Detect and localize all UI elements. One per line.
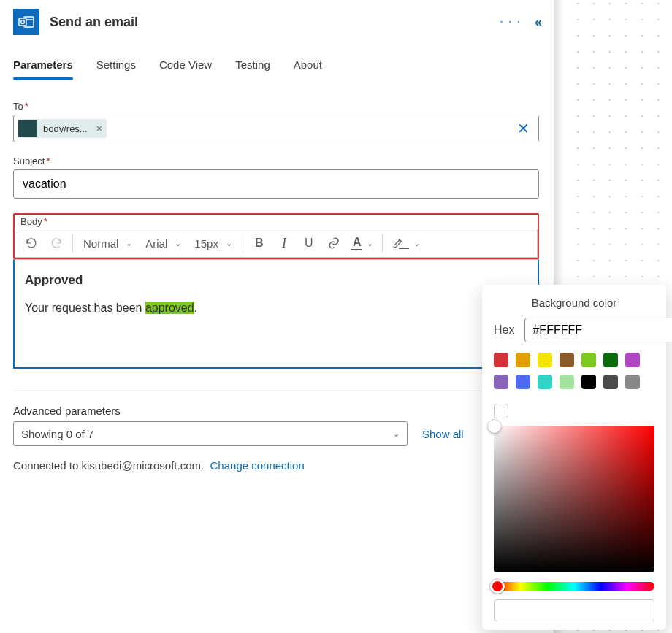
chevron-down-icon: ⌄ <box>367 239 373 248</box>
token-source-icon <box>18 120 37 137</box>
color-popup-title: Background color <box>494 296 654 309</box>
chevron-down-icon: ⌄ <box>175 239 181 248</box>
body-line: Your request has been approved. <box>25 299 527 318</box>
color-swatch[interactable] <box>538 375 552 389</box>
clear-field-icon[interactable]: ✕ <box>513 120 534 137</box>
toolbar-separator <box>382 234 383 253</box>
body-field-highlight: Body* Normal⌄ Arial⌄ 15px⌄ <box>13 213 539 259</box>
required-marker: * <box>25 101 28 112</box>
bold-button[interactable]: B <box>248 231 271 255</box>
advanced-parameters-dropdown[interactable]: Showing 0 of 7 ⌄ <box>13 421 408 446</box>
hue-slider[interactable] <box>494 582 654 591</box>
required-marker: * <box>44 216 47 227</box>
color-swatch[interactable] <box>603 375 618 389</box>
color-swatch[interactable] <box>516 353 530 367</box>
change-connection-link[interactable]: Change connection <box>210 459 305 472</box>
connected-account: kisubedi@microsoft.com. <box>81 459 204 472</box>
chevron-down-icon: ⌄ <box>413 239 420 248</box>
rich-text-toolbar: Normal⌄ Arial⌄ 15px⌄ B I U A⌄ <box>15 229 538 258</box>
font-color-button[interactable]: A⌄ <box>347 231 378 255</box>
advanced-parameters-label: Advanced parameters <box>13 404 539 417</box>
body-label: Body* <box>20 216 47 227</box>
tab-bar: Parameters Settings Code View Testing Ab… <box>13 54 542 80</box>
dynamic-content-token[interactable]: body/res... × <box>18 119 107 138</box>
hex-input[interactable] <box>524 318 672 342</box>
background-color-popup: Background color Hex <box>482 285 666 630</box>
color-preview-box <box>494 599 654 621</box>
highlighted-text: approved <box>145 302 194 314</box>
color-swatch[interactable] <box>581 353 596 367</box>
chevron-down-icon: ⌄ <box>126 239 132 248</box>
body-heading: Approved <box>25 270 527 290</box>
body-editor[interactable]: Approved Your request has been approved. <box>13 259 539 369</box>
connection-info: Connected to kisubedi@microsoft.com. Cha… <box>13 446 539 485</box>
toolbar-separator <box>243 234 243 253</box>
subject-input-wrap <box>13 169 539 199</box>
paragraph-format-dropdown[interactable]: Normal⌄ <box>77 231 138 255</box>
chevron-down-icon: ⌄ <box>393 429 400 439</box>
chevron-down-icon: ⌄ <box>226 239 232 248</box>
sv-thumb[interactable] <box>488 420 501 433</box>
more-actions-icon[interactable]: · · · <box>500 16 522 28</box>
color-swatch[interactable] <box>581 375 596 389</box>
tab-settings[interactable]: Settings <box>96 54 136 80</box>
tab-code-view[interactable]: Code View <box>159 54 212 80</box>
subject-input[interactable] <box>18 173 534 195</box>
font-size-dropdown[interactable]: 15px⌄ <box>188 231 238 255</box>
link-button[interactable] <box>322 231 345 255</box>
color-swatch[interactable] <box>494 353 508 367</box>
color-swatch[interactable] <box>494 375 508 389</box>
font-family-dropdown[interactable]: Arial⌄ <box>140 231 187 255</box>
color-swatch[interactable] <box>560 353 574 367</box>
color-swatch[interactable] <box>516 375 530 389</box>
undo-button[interactable] <box>20 231 43 255</box>
to-label: To* <box>13 101 539 112</box>
color-swatch[interactable] <box>625 375 640 389</box>
token-remove-icon[interactable]: × <box>96 123 102 134</box>
outlook-icon <box>13 9 39 35</box>
underline-button[interactable]: U <box>297 231 321 255</box>
show-all-link[interactable]: Show all <box>422 428 464 440</box>
tab-about[interactable]: About <box>294 54 322 80</box>
hue-thumb[interactable] <box>490 579 505 594</box>
saturation-value-picker[interactable] <box>494 426 654 572</box>
color-swatch[interactable] <box>603 353 618 367</box>
color-swatch[interactable] <box>560 375 574 389</box>
action-config-panel: Send an email · · · « Parameters Setting… <box>0 0 555 485</box>
required-marker: * <box>46 156 50 166</box>
color-swatch[interactable] <box>625 353 640 367</box>
to-input[interactable]: body/res... × ✕ <box>13 115 539 142</box>
highlight-color-button[interactable]: ⌄ <box>387 231 424 255</box>
hex-label: Hex <box>494 323 514 337</box>
section-divider <box>13 391 539 391</box>
token-label: body/res... <box>43 123 88 134</box>
panel-title: Send an email <box>50 15 490 30</box>
color-swatch[interactable] <box>538 353 552 367</box>
panel-header: Send an email · · · « <box>13 9 542 54</box>
color-swatch-white[interactable] <box>494 404 508 418</box>
toolbar-separator <box>72 234 73 253</box>
collapse-panel-icon[interactable]: « <box>535 15 542 30</box>
color-swatch-grid <box>494 353 654 418</box>
redo-button[interactable] <box>45 231 68 255</box>
svg-rect-1 <box>19 18 26 26</box>
tab-testing[interactable]: Testing <box>235 54 270 80</box>
tab-parameters[interactable]: Parameters <box>13 54 73 80</box>
parameters-form: To* body/res... × ✕ Subject* Body* <box>13 80 539 485</box>
italic-button[interactable]: I <box>272 231 296 255</box>
subject-label: Subject* <box>13 156 539 166</box>
